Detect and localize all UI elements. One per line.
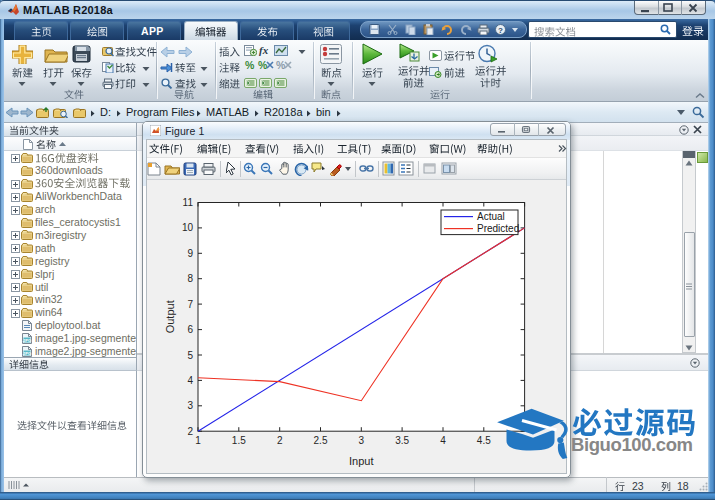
svg-text:8: 8: [187, 273, 193, 284]
svg-text:3.5: 3.5: [395, 435, 409, 446]
svg-text:Predicted: Predicted: [477, 223, 519, 234]
svg-text:Actual: Actual: [477, 211, 505, 222]
svg-text:1: 1: [195, 435, 201, 446]
svg-text:2: 2: [277, 435, 283, 446]
svg-text:6: 6: [187, 324, 193, 335]
svg-text:2: 2: [187, 426, 193, 437]
svg-text:JPG: JPG: [23, 351, 31, 356]
svg-text:4: 4: [440, 435, 446, 446]
svg-text:3: 3: [187, 400, 193, 411]
svg-text:?: ?: [498, 26, 503, 35]
svg-text:Input: Input: [349, 455, 373, 467]
svg-text:2.5: 2.5: [314, 435, 328, 446]
svg-text:9: 9: [187, 248, 193, 259]
svg-text:10: 10: [182, 222, 194, 233]
svg-text:5: 5: [187, 350, 193, 361]
svg-text:11: 11: [183, 197, 194, 208]
svg-text:1.5: 1.5: [232, 435, 246, 446]
svg-text:4: 4: [187, 375, 193, 386]
svg-text:JPG: JPG: [23, 338, 31, 343]
svg-text:Output: Output: [164, 300, 176, 333]
svg-text:3: 3: [359, 435, 365, 446]
svg-text:7: 7: [187, 299, 193, 310]
